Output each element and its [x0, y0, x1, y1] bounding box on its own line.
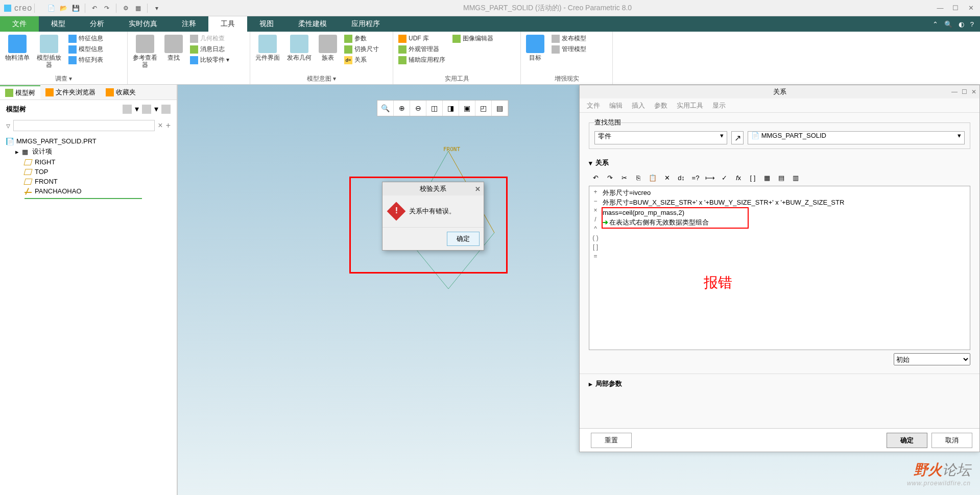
- rel-operator-bar[interactable]: +−×/^( )[ ]=: [589, 186, 602, 350]
- find-button[interactable]: 查找: [162, 34, 185, 62]
- shade-icon[interactable]: ◨: [443, 101, 459, 116]
- tree-tool2-icon[interactable]: [142, 105, 151, 114]
- rel-section-local[interactable]: ▸ 局部参数: [589, 377, 970, 390]
- dialog-ok-button[interactable]: 确定: [447, 232, 480, 246]
- filter-clear-icon[interactable]: ×: [158, 121, 162, 130]
- rel-verify-icon[interactable]: ✓: [718, 171, 731, 184]
- sidebar-tab-fav[interactable]: 收藏夹: [101, 86, 141, 99]
- tab-model[interactable]: 模型: [39, 16, 78, 32]
- manage-model-button[interactable]: 管理模型: [549, 44, 588, 54]
- rel-copy-icon[interactable]: ⎘: [632, 171, 645, 184]
- tab-livesim[interactable]: 实时仿真: [116, 16, 170, 32]
- tree-tool1-icon[interactable]: [123, 105, 132, 114]
- tree-top[interactable]: TOP: [6, 167, 171, 177]
- rel-cut-icon[interactable]: ✂: [617, 171, 631, 184]
- feat-info-button[interactable]: 特征信息: [66, 34, 105, 43]
- rel-menu-params[interactable]: 参数: [654, 101, 667, 110]
- pub-geom-button[interactable]: 发布几何: [285, 34, 314, 62]
- rel-bracket-icon[interactable]: [ ]: [746, 171, 759, 184]
- zoom-out-icon[interactable]: ⊖: [410, 101, 426, 116]
- open-icon[interactable]: 📂: [58, 3, 68, 13]
- filter-icon[interactable]: ▿: [6, 121, 10, 131]
- rel-ok-button[interactable]: 确定: [887, 433, 927, 448]
- rel-delete-icon[interactable]: ✕: [660, 171, 674, 184]
- maximize-button[interactable]: ☐: [948, 3, 963, 13]
- tab-view[interactable]: 视图: [247, 16, 286, 32]
- rel-menu-util[interactable]: 实用工具: [677, 101, 703, 110]
- ar-target-button[interactable]: 目标: [524, 34, 546, 62]
- relations-button[interactable]: d=关系: [342, 55, 381, 65]
- rel-min-icon[interactable]: —: [951, 88, 958, 95]
- ribbon-collapse-icon[interactable]: ⌃: [933, 20, 938, 28]
- rel-provide-icon[interactable]: =?: [689, 171, 702, 184]
- tree-insert-line[interactable]: [25, 198, 142, 199]
- rel-section-relations[interactable]: ▾ 关系: [589, 156, 970, 169]
- rel-paste-icon[interactable]: 📋: [646, 171, 659, 184]
- tab-apps[interactable]: 应用程序: [339, 16, 392, 32]
- wireframe-icon[interactable]: ▣: [459, 101, 475, 116]
- rel-scope-type-select[interactable]: 零件 ▾: [594, 131, 727, 144]
- rel-close-icon[interactable]: ✕: [971, 88, 976, 95]
- qat-dropdown[interactable]: ▾: [152, 3, 162, 13]
- minimize-button[interactable]: —: [933, 3, 947, 13]
- ribbon-group-intent[interactable]: 模型意图 ▾: [253, 74, 390, 83]
- compare-button[interactable]: 比较零件 ▾: [188, 55, 231, 65]
- switch-dim-button[interactable]: 切换尺寸: [342, 44, 381, 54]
- rel-tb1-icon[interactable]: ▦: [760, 171, 774, 184]
- publish-model-button[interactable]: 发布模型: [549, 34, 588, 43]
- rel-max-icon[interactable]: ☐: [962, 88, 967, 95]
- params-button[interactable]: 参数: [342, 34, 381, 43]
- rel-menu-show[interactable]: 显示: [712, 101, 726, 110]
- rel-menu-edit[interactable]: 编辑: [609, 101, 623, 110]
- tree-filter-input[interactable]: [13, 120, 155, 131]
- undo-icon[interactable]: ↶: [89, 3, 100, 13]
- sidebar-tab-folder[interactable]: 文件夹浏览器: [40, 86, 101, 99]
- ribbon-group-investigate[interactable]: 调查 ▾: [3, 74, 124, 83]
- geom-check-button[interactable]: 几何检查: [188, 34, 231, 43]
- tab-file[interactable]: 文件: [0, 16, 39, 32]
- family-button[interactable]: 族表: [317, 34, 339, 62]
- tree-csys[interactable]: PANCHAOHAO: [6, 186, 171, 196]
- img-edit-button[interactable]: 图像编辑器: [450, 34, 495, 43]
- bom-button[interactable]: 物料清单: [3, 34, 32, 62]
- rel-fx-icon[interactable]: fx: [732, 171, 745, 184]
- regen-icon[interactable]: ⚙: [121, 3, 131, 13]
- filter-add-icon[interactable]: +: [166, 121, 171, 130]
- udf-button[interactable]: UDF 库: [396, 34, 447, 43]
- tree-front[interactable]: FRONT: [6, 177, 171, 186]
- redo-icon[interactable]: ↷: [102, 3, 112, 13]
- close-button[interactable]: ✕: [964, 3, 978, 13]
- saved-views-icon[interactable]: ◰: [475, 101, 492, 116]
- model-player-button[interactable]: 模型插放 器: [35, 34, 63, 70]
- msg-log-button[interactable]: 消息日志: [188, 44, 231, 54]
- rel-undo-icon[interactable]: ↶: [589, 171, 602, 184]
- help-icon[interactable]: ?: [970, 20, 974, 28]
- repaint-icon[interactable]: ◫: [426, 101, 443, 116]
- rel-init-select[interactable]: 初始: [894, 353, 970, 365]
- rel-cancel-button[interactable]: 取消: [931, 433, 972, 448]
- rel-redo-icon[interactable]: ↷: [603, 171, 616, 184]
- aux-app-button[interactable]: 辅助应用程序: [396, 55, 447, 65]
- model-info-button[interactable]: 模型信息: [66, 44, 105, 54]
- tree-tool3-icon[interactable]: [161, 105, 171, 114]
- comp-ui-button[interactable]: 元件界面: [253, 34, 282, 62]
- save-icon[interactable]: 💾: [70, 3, 81, 13]
- refit-icon[interactable]: 🔍: [377, 101, 394, 116]
- zoom-in-icon[interactable]: ⊕: [394, 101, 410, 116]
- appearance-button[interactable]: 外观管理器: [396, 44, 447, 54]
- relations-editor[interactable]: 外形尺寸=ivcreo 外形尺寸=BUW_X_SIZE_STR+' x '+BU…: [602, 186, 970, 350]
- tree-design[interactable]: ▸ ▦设计项: [6, 146, 171, 157]
- rel-tb3-icon[interactable]: ▥: [789, 171, 802, 184]
- tree-root[interactable]: 📄MMGS_PART_SOLID.PRT: [6, 136, 171, 146]
- rel-scope-pick-icon[interactable]: ↗: [731, 131, 744, 144]
- tab-analysis[interactable]: 分析: [78, 16, 116, 32]
- rel-tb2-icon[interactable]: ▤: [775, 171, 788, 184]
- dialog-close-icon[interactable]: ✕: [475, 185, 481, 193]
- rel-units-icon[interactable]: d↕: [675, 171, 688, 184]
- sidebar-tab-tree[interactable]: 模型树: [0, 85, 40, 100]
- new-icon[interactable]: 📄: [46, 3, 56, 13]
- windows-icon[interactable]: ▦: [133, 3, 143, 13]
- rel-scope-model-select[interactable]: 📄 MMGS_PART_SOLID ▾: [748, 131, 965, 144]
- rel-menu-file[interactable]: 文件: [587, 101, 600, 110]
- perspective-icon[interactable]: ▤: [492, 101, 508, 116]
